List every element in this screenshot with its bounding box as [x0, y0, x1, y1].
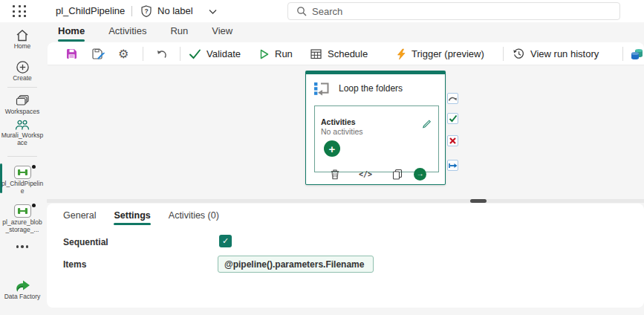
- tab-run[interactable]: Run: [170, 25, 188, 42]
- pipeline-title: pl_ChildPipeline: [56, 5, 125, 16]
- sidebar-item-label: Murali_Workspace: [1, 131, 44, 146]
- undo-icon: [155, 48, 168, 60]
- go-to-activities-button[interactable]: →: [414, 167, 426, 181]
- sensitivity-shield-icon[interactable]: ?: [140, 4, 153, 18]
- panel-resize-handle[interactable]: [470, 199, 487, 203]
- house-icon: [15, 28, 30, 42]
- foreach-activities-container: Activities No activities +: [314, 105, 439, 172]
- sidebar-item-pl-childpipeline[interactable]: pl_ChildPipeline: [0, 165, 45, 195]
- panel-resize-strip: [47, 199, 644, 203]
- schedule-button[interactable]: Schedule: [310, 42, 368, 65]
- sidebar-item-label: pl_azure_blob_storage_...: [1, 218, 44, 233]
- checkmark-icon: ✓: [222, 236, 229, 246]
- copy-icon: [392, 169, 403, 180]
- trash-icon: [330, 169, 340, 180]
- items-expression-input[interactable]: [218, 256, 374, 273]
- schedule-label: Schedule: [328, 48, 368, 59]
- view-code-button[interactable]: </>: [359, 167, 372, 181]
- trigger-button[interactable]: Trigger (preview): [395, 42, 484, 65]
- database-cylinders-icon: [630, 48, 644, 60]
- save-as-button[interactable]: [91, 42, 105, 65]
- divider: [180, 47, 180, 61]
- sidebar-more-button[interactable]: [0, 245, 45, 248]
- divider: [7, 156, 37, 157]
- play-icon: [258, 48, 270, 60]
- svg-text:?: ?: [144, 7, 148, 15]
- lightning-icon: [395, 48, 406, 60]
- people-group-icon: [15, 119, 30, 131]
- divider: [7, 87, 37, 88]
- edit-pencil-icon[interactable]: [420, 117, 432, 129]
- search-icon: [296, 6, 308, 17]
- code-icon: </>: [359, 170, 372, 178]
- clone-activity-button[interactable]: [392, 167, 403, 181]
- tab-general[interactable]: General: [63, 210, 96, 225]
- foreach-loop-icon: [313, 80, 331, 96]
- ribbon-toolbar: ⚙ Validate Run: [48, 42, 644, 65]
- view-run-history-button[interactable]: View run history: [513, 42, 599, 65]
- panel-tab-bar: General Settings Activities (0): [63, 210, 219, 225]
- history-clock-icon: [513, 48, 525, 60]
- activity-title: Loop the folders: [339, 83, 403, 94]
- gear-icon: ⚙: [118, 48, 129, 60]
- sidebar-item-home[interactable]: Home: [0, 28, 45, 50]
- activities-label: Activities: [321, 117, 356, 126]
- tab-activities-count[interactable]: Activities (0): [169, 210, 219, 225]
- on-fail-connector[interactable]: [447, 135, 458, 146]
- search-input[interactable]: [312, 4, 609, 19]
- on-success-connector[interactable]: [447, 113, 458, 124]
- calendar-icon: [310, 48, 322, 60]
- sidebar-item-data-factory[interactable]: Data Factory: [0, 279, 45, 300]
- top-app-bar: pl_ChildPipeline ? No label: [0, 0, 644, 22]
- trigger-label: Trigger (preview): [412, 48, 484, 59]
- sequential-checkbox[interactable]: ✓: [219, 235, 232, 247]
- foreach-activity-card[interactable]: Loop the folders Activities No activitie…: [305, 71, 446, 185]
- sidebar-item-workspaces[interactable]: Workspaces: [0, 94, 45, 115]
- stacked-windows-icon: [15, 94, 30, 108]
- save-icon: [65, 48, 78, 60]
- data-factory-icon: [14, 279, 30, 293]
- more-icon: [0, 245, 45, 248]
- sidebar-item-label: Create: [1, 74, 44, 82]
- run-label: Run: [275, 48, 293, 59]
- save-button[interactable]: [65, 42, 78, 65]
- left-nav-sidebar: Home Create Workspaces: [0, 22, 45, 315]
- on-skip-connector[interactable]: [447, 93, 458, 104]
- divider: [143, 47, 143, 61]
- copy-data-button[interactable]: [630, 42, 644, 65]
- unsaved-dot: [32, 204, 36, 207]
- add-activity-button[interactable]: +: [324, 140, 340, 157]
- run-button[interactable]: Run: [258, 42, 293, 65]
- sequential-label: Sequential: [63, 237, 108, 247]
- undo-button[interactable]: [155, 42, 168, 65]
- divider: [622, 47, 623, 61]
- sidebar-item-label: pl_ChildPipeline: [1, 180, 44, 195]
- activity-properties-panel: General Settings Activities (0) Sequenti…: [47, 204, 644, 308]
- tab-home[interactable]: Home: [58, 25, 85, 42]
- validate-label: Validate: [206, 48, 241, 59]
- on-completion-connector[interactable]: [447, 160, 458, 171]
- delete-activity-button[interactable]: [330, 167, 340, 181]
- pipeline-icon: [13, 204, 32, 218]
- checkmark-icon: [189, 48, 201, 59]
- waffle-menu-icon[interactable]: [13, 5, 27, 18]
- save-as-icon: [91, 48, 105, 60]
- view-run-history-label: View run history: [530, 48, 599, 59]
- settings-button[interactable]: ⚙: [118, 42, 129, 65]
- pipeline-icon: [13, 165, 32, 180]
- divider: [131, 6, 132, 16]
- sidebar-item-label: Data Factory: [1, 293, 44, 300]
- tab-view[interactable]: View: [212, 25, 232, 42]
- sensitivity-label[interactable]: No label: [157, 5, 193, 16]
- arrow-right-icon: →: [414, 168, 426, 181]
- menu-tab-bar: Home Activities Run View: [58, 25, 232, 42]
- tab-settings[interactable]: Settings: [114, 210, 150, 225]
- unsaved-dot: [32, 165, 36, 169]
- chevron-down-icon[interactable]: [209, 9, 217, 15]
- items-label: Items: [63, 259, 86, 270]
- validate-button[interactable]: Validate: [189, 42, 241, 65]
- sidebar-item-create[interactable]: Create: [0, 60, 45, 82]
- sidebar-item-pl-azure-blob[interactable]: pl_azure_blob_storage_...: [0, 204, 45, 233]
- tab-activities[interactable]: Activities: [108, 25, 146, 42]
- sidebar-item-murali-workspace[interactable]: Murali_Workspace: [0, 119, 45, 146]
